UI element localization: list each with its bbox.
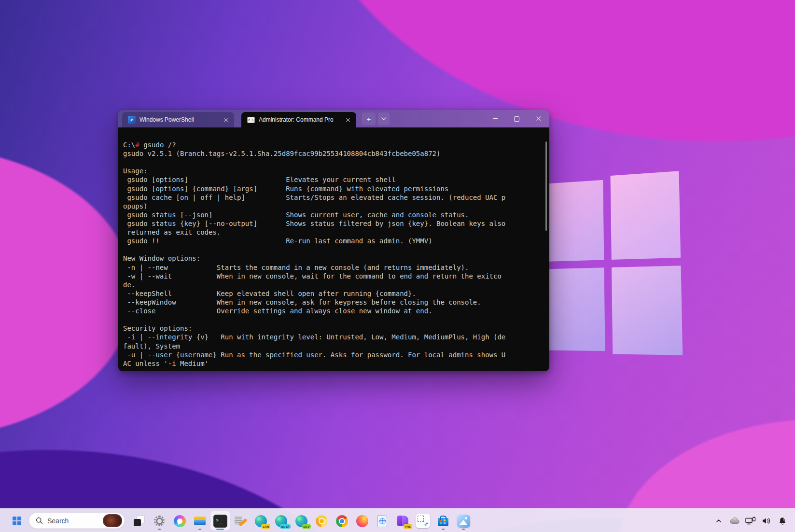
maximize-button[interactable]: [506, 110, 528, 127]
terminal-output-line: gsudo v2.5.1 (Branch.tags-v2.5.1.Sha.25d…: [123, 149, 544, 158]
windows-logo-pane: [544, 180, 604, 262]
search-icon: [36, 517, 43, 524]
tray-onedrive-icon[interactable]: [729, 514, 740, 528]
terminal-output-line: gsudo cache [on | off | help] Starts/Sto…: [123, 193, 544, 202]
taskbar-file-explorer-button[interactable]: [190, 511, 209, 531]
edge-canary-badge: CAN: [261, 524, 270, 529]
taskbar-copilot-button[interactable]: [170, 511, 189, 531]
terminal-output-line: gsudo status [--json] Shows current user…: [123, 210, 544, 219]
cmd-icon: C:\: [247, 117, 255, 123]
tray-bell-dnd-icon[interactable]: z: [777, 514, 788, 528]
taskbar-html-file-button[interactable]: [373, 511, 392, 531]
microsoft-store-icon: [436, 514, 450, 528]
windows-start-icon: [13, 517, 21, 525]
taskbar-chrome-canary-button[interactable]: [312, 511, 331, 531]
wallpaper-windows-logo: [544, 171, 683, 356]
running-indicator: [198, 529, 201, 530]
chrome-canary-icon: [314, 514, 329, 528]
settings-icon: [152, 514, 167, 528]
terminal-output-line: -i | --integrity {v} Run with integrity …: [123, 333, 544, 341]
taskbar-task-view-button[interactable]: [129, 511, 149, 531]
terminal-output-line: returned as exit codes.: [123, 228, 544, 237]
tab-title: Administrator: Command Pro: [259, 116, 341, 123]
terminal-output-line: New Window options:: [123, 254, 544, 263]
firefox-icon: [355, 514, 369, 528]
tab-close-icon[interactable]: [223, 116, 229, 123]
windows-logo-pane: [611, 171, 681, 260]
tray-chevron-up-icon[interactable]: [713, 514, 725, 528]
terminal-output-line: de.: [123, 280, 544, 289]
powershell-icon: >: [128, 116, 136, 124]
tray-volume-icon[interactable]: [761, 514, 772, 528]
new-tab-button[interactable]: +: [362, 112, 376, 125]
terminal-scrollbar[interactable]: [545, 141, 547, 231]
taskbar-search[interactable]: [29, 513, 125, 529]
task-view-icon: [132, 514, 146, 528]
terminal-output-line: [123, 315, 544, 324]
windows-logo-pane: [612, 266, 683, 355]
edge-dev-badge: DEV: [302, 524, 311, 529]
app-preview-badge: PRE: [404, 524, 412, 529]
html-file-icon: [375, 514, 390, 528]
terminal-output-line: gsudo [options] Elevates your current sh…: [123, 175, 544, 184]
edge-dev-icon: DEV: [294, 514, 308, 528]
terminal-output-line: gsudo status {key} [--no-output] Shows s…: [123, 219, 544, 228]
terminal-output-line: -w | --wait When in new console, wait fo…: [123, 272, 544, 280]
taskbar-chrome-button[interactable]: [332, 511, 351, 531]
terminal-output-line: -n | --new Starts the command in a new c…: [123, 263, 544, 272]
chevron-down-icon: [381, 117, 386, 120]
tweak-tool-icon: [233, 514, 248, 528]
close-button[interactable]: [528, 110, 549, 127]
prompt-hash: #: [135, 141, 139, 149]
taskbar-settings-button[interactable]: [150, 511, 169, 531]
terminal-titlebar[interactable]: > Windows PowerShell C:\ Administrator: …: [118, 110, 549, 127]
taskbar-edge-canary-button[interactable]: CAN: [251, 511, 270, 531]
taskbar-snipping-tool-button[interactable]: [413, 511, 432, 531]
search-highlight-image[interactable]: [103, 514, 122, 527]
tab-close-icon[interactable]: [345, 116, 351, 123]
taskbar-edge-beta-button[interactable]: BETA: [271, 511, 291, 531]
snipping-tool-icon: [416, 514, 430, 528]
minimize-button[interactable]: [484, 110, 506, 127]
running-indicator: [462, 529, 465, 530]
taskbar-terminal-button[interactable]: [210, 511, 230, 531]
start-button[interactable]: [9, 513, 25, 529]
terminal-output-line: --keepWindow When in new console, ask fo…: [123, 298, 544, 307]
running-indicator: [158, 529, 161, 530]
copilot-icon: [172, 514, 187, 528]
edge-beta-icon: BETA: [274, 514, 288, 528]
tab-title: Windows PowerShell: [139, 116, 219, 123]
terminal-output-line: [123, 245, 544, 254]
active-indicator: [216, 529, 224, 530]
taskbar-edge-dev-button[interactable]: DEV: [292, 511, 311, 531]
terminal-output-line: -u | --user {username} Run as the specif…: [123, 350, 544, 359]
terminal-content[interactable]: C:\# gsudo /? gsudo v2.5.1 (Branch.tags-…: [118, 127, 549, 371]
tab-windows-powershell[interactable]: > Windows PowerShell: [122, 112, 234, 127]
taskbar: CANBETADEVPRE z: [0, 508, 795, 532]
taskbar-photos-button[interactable]: [454, 511, 473, 531]
tray-network-icon[interactable]: [745, 514, 756, 528]
windows-logo-pane: [544, 267, 605, 351]
terminal-output-line: --close Override settings and always clo…: [123, 307, 544, 315]
chrome-icon: [335, 514, 349, 528]
search-input[interactable]: [47, 517, 103, 525]
terminal-output-line: AC unless '-i Medium': [123, 359, 544, 368]
taskbar-tweak-tool-button[interactable]: [231, 511, 250, 531]
taskbar-firefox-button[interactable]: [352, 511, 372, 531]
terminal-output-line: opups): [123, 202, 544, 210]
edge-beta-badge: BETA: [280, 524, 291, 529]
terminal-window: > Windows PowerShell C:\ Administrator: …: [118, 110, 549, 371]
taskbar-app-preview-button[interactable]: PRE: [393, 511, 412, 531]
terminal-prompt-line: C:\# gsudo /?: [123, 140, 544, 149]
taskbar-microsoft-store-button[interactable]: [433, 511, 453, 531]
terminal-icon: [213, 514, 227, 528]
tab-administrator-command-prompt[interactable]: C:\ Administrator: Command Pro: [241, 112, 356, 127]
running-indicator: [442, 529, 445, 530]
terminal-output-line: Usage:: [123, 167, 544, 175]
tab-dropdown-button[interactable]: [378, 112, 390, 125]
svg-text:z: z: [783, 518, 785, 521]
file-explorer-icon: [193, 514, 207, 528]
system-tray: z: [713, 509, 788, 532]
taskbar-apps: CANBETADEVPRE: [129, 511, 473, 531]
terminal-output-line: fault), System: [123, 342, 544, 350]
